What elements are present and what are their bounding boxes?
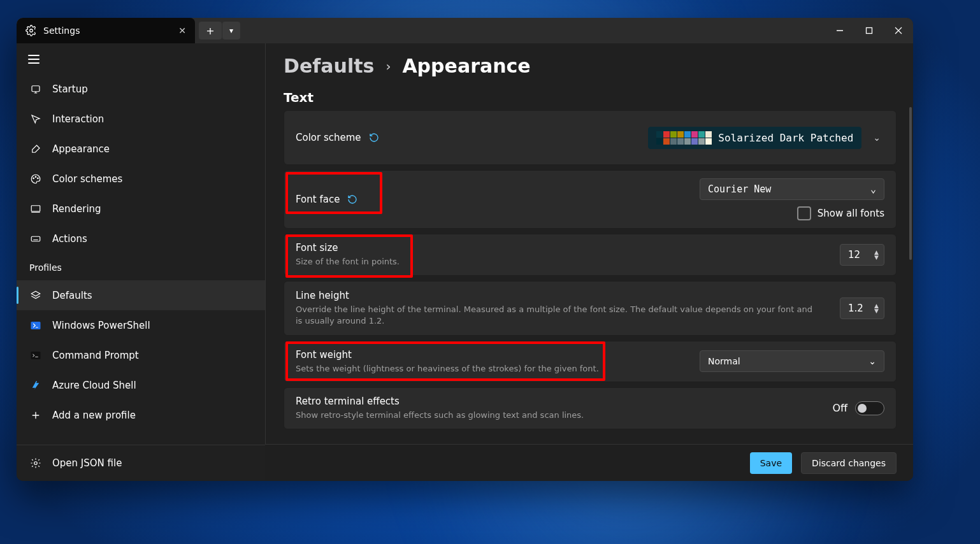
row-color-scheme[interactable]: Color scheme Solarized Dark Patched ⌄: [284, 110, 897, 165]
spinner-icon[interactable]: ▲▼: [874, 303, 879, 313]
row-font-face[interactable]: Font face Courier New ⌄ Show all fonts: [284, 170, 897, 229]
color-swatches: [656, 131, 712, 145]
color-scheme-value: Solarized Dark Patched: [718, 132, 853, 144]
profile-add[interactable]: Add a new profile: [17, 400, 265, 430]
svg-point-7: [35, 176, 36, 177]
window-maximize-button[interactable]: [854, 18, 884, 43]
nav-label: Startup: [52, 83, 88, 95]
svg-rect-10: [31, 236, 40, 241]
color-scheme-chip[interactable]: Solarized Dark Patched: [648, 127, 861, 149]
highlight-annotation: [285, 172, 382, 214]
row-label: Font face: [296, 194, 340, 205]
powershell-icon: [29, 319, 42, 332]
reset-icon[interactable]: [369, 132, 379, 143]
row-font-size[interactable]: Font size Size of the font in points. 12…: [284, 234, 897, 276]
chevron-down-icon[interactable]: ⌄: [869, 132, 884, 143]
section-title: Text: [266, 85, 905, 110]
keyboard-icon: [29, 233, 42, 245]
nav-actions[interactable]: Actions: [17, 224, 265, 254]
font-weight-value: Normal: [708, 356, 740, 366]
row-label: Retro terminal effects: [296, 396, 584, 407]
show-all-fonts-checkbox[interactable]: [797, 206, 811, 220]
nav-label: Windows PowerShell: [52, 320, 150, 331]
chevron-down-icon: ⌄: [870, 183, 876, 195]
sidebar: Startup Interaction Appearance Color sch…: [17, 43, 265, 481]
scrollbar[interactable]: [909, 107, 912, 260]
close-tab-icon[interactable]: ✕: [178, 25, 186, 36]
svg-point-8: [38, 178, 39, 179]
titlebar: Settings ✕ + ▾: [17, 18, 913, 43]
nav-label: Appearance: [52, 143, 110, 155]
tab-dropdown-button[interactable]: ▾: [222, 22, 240, 39]
row-label: Font weight: [296, 349, 599, 361]
chevron-right-icon: ›: [386, 59, 391, 74]
new-tab-button[interactable]: +: [199, 22, 222, 39]
nav-color-schemes[interactable]: Color schemes: [17, 164, 265, 194]
monitor-icon: [29, 203, 42, 215]
svg-point-0: [30, 29, 33, 32]
save-button[interactable]: Save: [750, 452, 792, 474]
profile-defaults[interactable]: Defaults: [17, 280, 265, 310]
line-height-input[interactable]: 1.2 ▲▼: [840, 297, 884, 319]
row-font-weight[interactable]: Font weight Sets the weight (lightness o…: [284, 341, 897, 383]
plus-icon: [29, 409, 42, 422]
nav-rendering[interactable]: Rendering: [17, 194, 265, 224]
svg-point-13: [34, 462, 38, 465]
font-size-value: 12: [848, 249, 860, 261]
window-minimize-button[interactable]: [825, 18, 854, 43]
nav-appearance[interactable]: Appearance: [17, 134, 265, 164]
profile-powershell[interactable]: Windows PowerShell: [17, 310, 265, 340]
gear-icon: [29, 457, 42, 469]
row-label: Color scheme: [296, 132, 361, 143]
row-desc: Size of the font in points.: [296, 256, 400, 268]
font-weight-select[interactable]: Normal ⌄: [700, 350, 884, 372]
reset-icon[interactable]: [347, 194, 357, 204]
row-desc: Override the line height of the terminal…: [296, 304, 818, 326]
nav-label: Defaults: [52, 290, 92, 301]
breadcrumb: Defaults › Appearance: [266, 43, 905, 85]
profiles-header: Profiles: [17, 254, 265, 276]
nav-label: Actions: [52, 233, 87, 245]
font-face-value: Courier New: [708, 183, 771, 195]
footer: Save Discard changes: [265, 444, 913, 481]
cursor-icon: [29, 113, 42, 125]
retro-toggle[interactable]: [855, 401, 884, 415]
row-retro-effects[interactable]: Retro terminal effects Show retro-style …: [284, 387, 897, 429]
spinner-icon[interactable]: ▲▼: [874, 250, 879, 260]
window-close-button[interactable]: [884, 18, 913, 43]
profile-azure[interactable]: Azure Cloud Shell: [17, 370, 265, 400]
hamburger-icon: [28, 55, 40, 64]
svg-rect-9: [31, 205, 40, 211]
svg-rect-2: [867, 28, 872, 34]
nav-label: Interaction: [52, 113, 104, 125]
tab-label: Settings: [43, 25, 80, 36]
row-label: Line height: [296, 290, 818, 301]
nav-label: Add a new profile: [52, 410, 136, 421]
palette-icon: [29, 173, 42, 185]
open-json-button[interactable]: Open JSON file: [17, 445, 265, 481]
nav-interaction[interactable]: Interaction: [17, 104, 265, 134]
azure-icon: [29, 379, 42, 392]
line-height-value: 1.2: [848, 303, 863, 314]
profile-cmd[interactable]: Command Prompt: [17, 340, 265, 370]
font-face-select[interactable]: Courier New ⌄: [700, 178, 884, 200]
tab-settings[interactable]: Settings ✕: [17, 18, 195, 43]
breadcrumb-root[interactable]: Defaults: [284, 55, 374, 77]
nav-label: Color schemes: [52, 173, 122, 185]
nav-label: Rendering: [52, 203, 101, 215]
chevron-down-icon: ⌄: [868, 356, 876, 366]
layers-icon: [29, 289, 42, 302]
rocket-icon: [29, 83, 42, 96]
nav-label: Azure Cloud Shell: [52, 380, 136, 391]
toggle-state-label: Off: [832, 402, 847, 414]
font-size-input[interactable]: 12 ▲▼: [840, 244, 884, 266]
row-line-height[interactable]: Line height Override the line height of …: [284, 281, 897, 336]
nav-startup[interactable]: Startup: [17, 74, 265, 104]
nav-label: Open JSON file: [52, 457, 122, 469]
breadcrumb-leaf: Appearance: [402, 55, 530, 77]
app-window: Settings ✕ + ▾ Startup Interact: [17, 18, 913, 481]
svg-rect-5: [32, 85, 40, 91]
svg-rect-12: [31, 352, 41, 359]
discard-button[interactable]: Discard changes: [801, 452, 897, 474]
hamburger-button[interactable]: [17, 48, 265, 70]
